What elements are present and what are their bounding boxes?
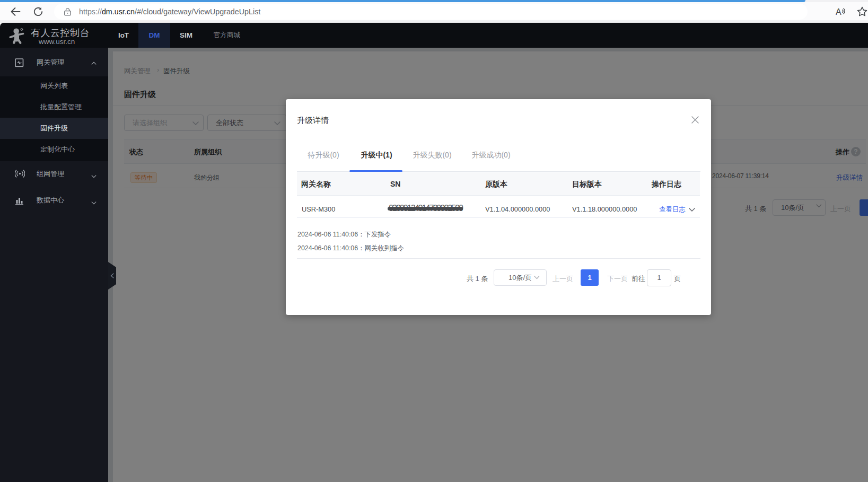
svg-text:A: A: [836, 7, 841, 16]
